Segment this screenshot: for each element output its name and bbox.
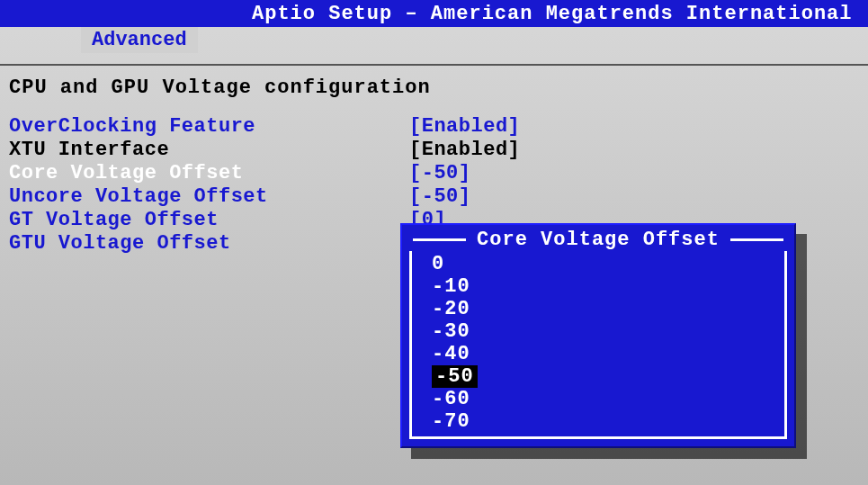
popup-title-row: Core Voltage Offset — [409, 229, 787, 251]
voltage-offset-popup: Core Voltage Offset 0-10-20-30-40-50-60-… — [400, 223, 796, 448]
popup-option-label: -30 — [432, 320, 470, 343]
popup-option-label: -60 — [432, 388, 470, 410]
popup-line-right — [730, 238, 783, 241]
setting-label: Uncore Voltage Offset — [9, 185, 409, 209]
setting-value: [Enabled] — [409, 139, 520, 162]
popup-option[interactable]: -40 — [412, 343, 784, 365]
setting-row[interactable]: OverClocking Feature[Enabled] — [9, 115, 859, 139]
popup-body: 0-10-20-30-40-50-60-70 — [409, 251, 787, 439]
popup-option-label: -70 — [432, 410, 470, 433]
tab-label: Advanced — [92, 29, 187, 51]
popup-option[interactable]: -10 — [412, 275, 784, 298]
section-title: CPU and GPU Voltage configuration — [9, 76, 859, 99]
popup-option[interactable]: 0 — [412, 253, 784, 275]
bios-title: Aptio Setup – American Megatrends Intern… — [252, 3, 853, 25]
popup-option[interactable]: -30 — [412, 320, 784, 343]
setting-label: XTU Interface — [9, 139, 409, 162]
setting-label: GT Voltage Offset — [9, 209, 409, 232]
setting-label: Core Voltage Offset — [9, 162, 409, 185]
setting-label: GTU Voltage Offset — [9, 232, 409, 256]
setting-value: [-50] — [409, 162, 471, 185]
setting-value: [-50] — [409, 185, 471, 209]
divider — [0, 64, 868, 66]
popup-option[interactable]: -70 — [412, 410, 784, 433]
popup-option[interactable]: -60 — [412, 388, 784, 410]
tab-advanced[interactable]: Advanced — [81, 27, 198, 53]
bios-header: Aptio Setup – American Megatrends Intern… — [0, 0, 868, 27]
popup-option-label: -50 — [432, 365, 478, 388]
setting-row[interactable]: Core Voltage Offset[-50] — [9, 162, 859, 185]
popup-option-label: 0 — [432, 253, 444, 275]
setting-row[interactable]: Uncore Voltage Offset[-50] — [9, 185, 859, 209]
popup-option[interactable]: -20 — [412, 298, 784, 320]
popup-option[interactable]: -50 — [412, 365, 784, 388]
popup-option-label: -10 — [432, 275, 470, 298]
tab-row: Advanced — [0, 27, 868, 53]
popup-title: Core Voltage Offset — [470, 229, 727, 251]
setting-row[interactable]: XTU Interface[Enabled] — [9, 139, 859, 162]
setting-label: OverClocking Feature — [9, 115, 409, 139]
popup-line-left — [413, 238, 466, 241]
popup-option-label: -40 — [432, 343, 470, 365]
setting-value: [Enabled] — [409, 115, 520, 139]
popup-option-label: -20 — [432, 298, 470, 320]
